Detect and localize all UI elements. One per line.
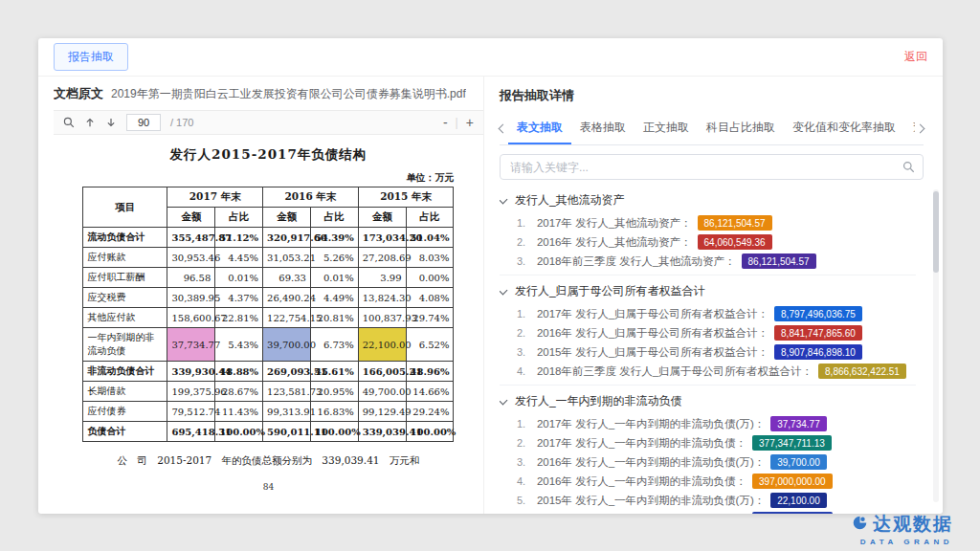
pdf-cell: 5.26% — [310, 248, 358, 268]
extraction-item: 3.2015年 发行人_归属于母公司所有者权益合计：8,907,846,898.… — [500, 342, 916, 362]
pdf-cell: 100.00% — [215, 422, 263, 442]
pdf-cell: 695,418.31 — [167, 422, 215, 442]
pdf-cell-highlighted: 39,700.00 — [263, 328, 311, 362]
extraction-section: 发行人_归属于母公司所有者权益合计1.2017年 发行人_归属于母公司所有者权益… — [500, 276, 916, 386]
search-icon[interactable] — [63, 117, 75, 128]
pdf-unit-label: 单位：万元 — [82, 171, 454, 185]
value-badge[interactable]: 8,907,846,898.10 — [774, 344, 862, 360]
tabs-scroll-left-icon[interactable] — [498, 124, 507, 134]
pdf-cell: 79,512.74 — [167, 402, 215, 422]
pdf-cell: 122,754.15 — [263, 308, 311, 328]
tabs-scroll-right-icon[interactable] — [916, 124, 925, 134]
pdf-cell: 30,953.46 — [167, 248, 215, 268]
tab-6[interactable]: 董监高年龄结构 — [904, 113, 915, 144]
value-badge[interactable]: 39,700.00 — [770, 454, 827, 470]
page-total-label: / 170 — [170, 117, 193, 128]
value-badge[interactable]: 64,060,549.36 — [698, 234, 772, 250]
tab-4[interactable]: 科目占比抽取 — [698, 113, 784, 144]
pdf-cell: 20.95% — [310, 382, 358, 402]
page-number-input[interactable] — [126, 114, 161, 131]
page-up-icon[interactable] — [84, 117, 96, 128]
search-icon[interactable] — [902, 161, 915, 176]
pdf-cell: 29.24% — [406, 402, 454, 422]
value-badge[interactable]: 86,121,504.57 — [742, 253, 816, 269]
pdf-table-row: 应付职工薪酬96.580.01%69.330.01%3.990.00% — [83, 268, 454, 288]
extraction-item: 4.2016年 发行人_一年内到期的非流动负债：397,000,000.00 — [500, 472, 916, 491]
value-badge[interactable]: 37,734.77 — [770, 416, 827, 431]
pdf-viewer-pane: 文档原文 2019年第一期贵阳白云工业发展投资有限公司公司债券募集说明书.pdf… — [38, 77, 484, 514]
pdf-cell: 31,053.21 — [263, 248, 311, 268]
zoom-in-button[interactable]: + — [466, 116, 474, 129]
back-link[interactable]: 返回 — [904, 49, 927, 65]
pdf-cell: 69.33 — [263, 268, 311, 288]
pdf-cell: 339,930.44 — [167, 362, 215, 382]
pdf-cell: 339,039.41 — [358, 422, 406, 442]
panel-scrollbar-thumb[interactable] — [933, 191, 939, 273]
pdf-cell: 269,093.51 — [263, 362, 311, 382]
item-label: 2016年 发行人_其他流动资产： — [537, 236, 692, 249]
pdf-table-row: 其他应付款158,600.6722.81%122,754.1520.81%100… — [83, 308, 454, 328]
pdf-cell-highlighted: 22,100.00 — [358, 328, 406, 362]
pdf-cell: 28.67% — [215, 382, 263, 402]
pdf-cell: 6.52% — [406, 328, 454, 362]
section-header[interactable]: 发行人_一年内到期的非流动负债 — [500, 387, 916, 414]
pdf-table-row: 应交税费30,389.954.37%26,490.244.49%13,824.3… — [83, 288, 454, 308]
section-header[interactable]: 发行人_归属于母公司所有者权益合计 — [500, 277, 916, 304]
pdf-cell: 320,917.60 — [263, 228, 311, 248]
pdf-row-label: 非流动负债合计 — [83, 362, 167, 382]
item-index: 3. — [517, 456, 531, 469]
section-header[interactable]: 发行人_其他流动资产 — [500, 187, 916, 213]
document-header: 文档原文 2019年第一期贵阳白云工业发展投资有限公司公司债券募集说明书.pdf — [54, 77, 483, 110]
item-index: 1. — [517, 308, 531, 320]
value-badge[interactable]: 8,866,632,422.51 — [818, 364, 906, 379]
pdf-subcol-ratio: 占比 — [310, 208, 358, 228]
extraction-item: 2.2017年 发行人_一年内到期的非流动负债：377,347,711.13 — [500, 433, 916, 452]
report-extract-button[interactable]: 报告抽取 — [54, 43, 128, 71]
panel-scrollbar[interactable] — [933, 189, 939, 502]
pdf-subcol-amount: 金额 — [358, 208, 406, 228]
item-label: 2016年 发行人_一年内到期的非流动负债(万)： — [537, 456, 765, 469]
extraction-section: 发行人_一年内到期的非流动负债1.2017年 发行人_一年内到期的非流动负债(万… — [500, 386, 916, 514]
item-label: 2016年 发行人_一年内到期的非流动负债： — [537, 475, 746, 488]
value-badge[interactable]: 86,121,504.57 — [698, 215, 772, 231]
tab-5[interactable]: 变化值和变化率抽取 — [784, 113, 904, 144]
value-badge[interactable]: 8,841,747,865.60 — [774, 325, 862, 341]
details-title: 报告抽取详情 — [500, 77, 924, 113]
logo-title: 达观数据 — [873, 512, 953, 537]
pdf-liability-table: 项目 2017 年末 2016 年末 2015 年末 金额 占比 金额 占比 金… — [82, 187, 454, 442]
value-badge[interactable]: 221,000,000.00 — [752, 512, 833, 514]
pdf-cell: 8.03% — [406, 248, 454, 268]
value-badge[interactable]: 377,347,711.13 — [752, 435, 832, 451]
pdf-cell-highlighted: 37,734.77 — [167, 328, 215, 362]
zoom-out-button[interactable]: - — [443, 116, 448, 129]
item-index: 2. — [517, 437, 531, 450]
pdf-cell: 355,487.87 — [167, 228, 215, 248]
extraction-item: 3.2018年前三季度 发行人_其他流动资产：86,121,504.57 — [500, 252, 916, 271]
tab-1[interactable]: 表文抽取 — [508, 113, 571, 144]
pdf-cell: 4.49% — [310, 288, 358, 308]
zoom-controls: - | + — [443, 116, 474, 129]
item-index: 1. — [517, 418, 531, 430]
value-badge[interactable]: 8,797,496,036.75 — [774, 306, 862, 321]
pdf-table-row: 流动负债合计355,487.8751.12%320,917.6054.39%17… — [83, 228, 454, 248]
value-badge[interactable]: 22,100.00 — [770, 493, 827, 508]
pdf-subcol-amount: 金额 — [263, 208, 311, 228]
pdf-subcol-amount: 金额 — [167, 208, 215, 228]
keyword-search-input[interactable] — [500, 154, 924, 180]
chevron-down-icon — [500, 395, 507, 405]
value-badge[interactable]: 397,000,000.00 — [752, 474, 833, 489]
extraction-item: 1.2017年 发行人_一年内到期的非流动负债(万)：37,734.77 — [500, 414, 916, 433]
pdf-cell: 22.81% — [215, 308, 263, 328]
tab-2[interactable]: 表格抽取 — [571, 113, 635, 144]
datagrand-logo-icon — [852, 515, 868, 534]
pdf-subcol-ratio: 占比 — [215, 208, 263, 228]
tab-3[interactable]: 正文抽取 — [635, 113, 698, 144]
datagrand-logo: 达观数据 DATA GRAND — [852, 512, 953, 546]
pdf-cell: 590,011.11 — [263, 422, 311, 442]
item-index: 3. — [517, 255, 531, 268]
pdf-col-2017: 2017 年末 — [167, 187, 263, 208]
item-label: 2017年 发行人_一年内到期的非流动负债(万)： — [537, 418, 765, 430]
pdf-table-body: 流动负债合计355,487.8751.12%320,917.6054.39%17… — [83, 228, 454, 442]
page-down-icon[interactable] — [105, 117, 117, 128]
pdf-cell: 49,700.00 — [358, 382, 406, 402]
